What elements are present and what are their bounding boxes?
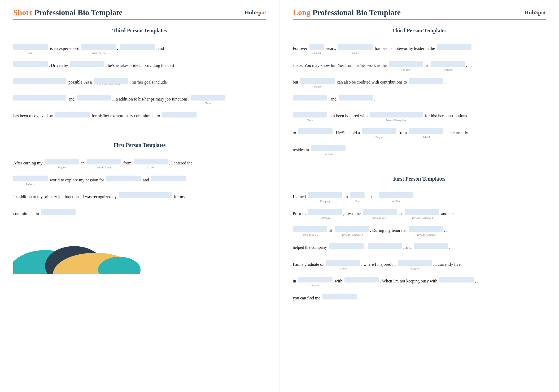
- right-title-rest: Professional Bio Template: [312, 8, 401, 17]
- right-tp-jobtitle-field[interactable]: [389, 61, 423, 67]
- right-tp-awards-field[interactable]: [370, 112, 423, 117]
- right-fp-year-container: Year: [350, 189, 365, 201]
- left-third-person-heading: Third Person Templates: [13, 28, 266, 34]
- right-header: Long Professional Bio Template HubSpöt: [293, 8, 546, 17]
- right-fp-achieve1-container: [329, 240, 364, 251]
- right-tp-degree-field[interactable]: [362, 128, 396, 134]
- right-fp-achieve2-field[interactable]: [368, 243, 402, 249]
- right-fp-findme-container: [322, 291, 357, 302]
- left-tp-field6[interactable]: [13, 78, 66, 84]
- left-tp-field4-container: [13, 58, 48, 69]
- left-fp-school-field[interactable]: [134, 159, 168, 164]
- left-tp-line4: and . In addition to his/her primary job…: [13, 92, 266, 108]
- left-tp-field7[interactable]: [13, 95, 66, 101]
- right-fp-degree-field[interactable]: [398, 260, 432, 266]
- right-fp-prevtitle1-field[interactable]: [363, 209, 397, 215]
- left-section-divider: [13, 134, 266, 134]
- right-fp-prevco1-field[interactable]: [405, 209, 439, 215]
- right-fp-school-field[interactable]: [326, 260, 360, 266]
- right-fp-prevco3-container: Previous Company: [409, 223, 443, 234]
- left-fp-areastudy-field[interactable]: [87, 159, 121, 164]
- left-tp-field10[interactable]: [162, 112, 196, 117]
- right-tp-company-container: Company: [431, 58, 465, 69]
- left-fp-line1: After earning my Degree in Area of Study…: [13, 156, 266, 172]
- left-tp-field10-container: [162, 108, 196, 120]
- left-fp-industry-field[interactable]: [13, 176, 48, 181]
- left-illustration: [13, 232, 266, 274]
- right-tp-number-field[interactable]: [309, 44, 324, 50]
- right-hubspot-logo: HubSpöt: [524, 9, 546, 16]
- left-tp-field4[interactable]: [13, 61, 48, 67]
- left-tp-jobtitle-field[interactable]: Enter Job Title Here: [94, 78, 128, 84]
- left-fp-field5[interactable]: [106, 176, 141, 181]
- left-fp-areastudy-container: Area of Study: [87, 156, 121, 167]
- right-fp-findme-field[interactable]: [322, 294, 357, 299]
- right-fp-company1-field[interactable]: [308, 192, 342, 198]
- left-first-person-heading: First Person Templates: [13, 142, 266, 148]
- left-tp-whatyoudo-field[interactable]: [81, 44, 116, 50]
- right-fp-prevcompany1-container: Company: [308, 206, 342, 217]
- right-tp-school-field[interactable]: [409, 128, 443, 134]
- right-fp-line7: you can find me .: [293, 291, 546, 307]
- right-third-person-section: Third Person Templates For over Number y…: [293, 28, 546, 158]
- right-fp-with-field[interactable]: [344, 277, 379, 282]
- left-tp-field8-container: [77, 92, 111, 103]
- left-fp-field8[interactable]: [41, 209, 76, 215]
- left-tp-field9[interactable]: [55, 112, 90, 117]
- right-tp-contrib-to-field[interactable]: [298, 128, 333, 134]
- right-tp-contrib2-field[interactable]: [293, 95, 327, 101]
- right-fp-line2: Prior to Company , I was the Previous Ti…: [293, 206, 546, 222]
- right-fp-school-container: School: [326, 257, 360, 268]
- right-fp-busywith-field[interactable]: [439, 277, 474, 282]
- left-tp-name-field[interactable]: [13, 44, 48, 50]
- right-tp-number-container: Number: [309, 41, 324, 52]
- left-fp-degree-field[interactable]: [45, 159, 79, 164]
- right-fp-prevtitle2-field[interactable]: [293, 226, 327, 232]
- right-fp-line4: helped the company , , and .: [293, 240, 546, 256]
- left-fp-field7[interactable]: [119, 192, 172, 198]
- left-title-rest: Professional Bio Template: [34, 8, 123, 17]
- right-tp-line5: Name has been honored with Awards/Recogn…: [293, 108, 546, 124]
- left-fp-field6[interactable]: [151, 176, 186, 181]
- right-fp-year-field[interactable]: [350, 192, 365, 198]
- left-tp-field7-container: [13, 92, 66, 103]
- right-tp-contrib-to-container: [298, 125, 333, 137]
- left-third-person-section: Third Person Templates Name is an experi…: [13, 28, 266, 124]
- left-tp-field5[interactable]: [70, 61, 104, 67]
- left-tp-field3[interactable]: [120, 44, 155, 50]
- right-fp-achieve3-field[interactable]: [414, 243, 448, 249]
- right-fp-location-field[interactable]: [298, 277, 333, 282]
- right-tp-name3-container: Name: [293, 108, 327, 120]
- left-fp-school-container: School: [134, 156, 168, 167]
- right-fp-achieve1-field[interactable]: [329, 243, 364, 249]
- right-tp-line7: resides in Location .: [293, 142, 546, 158]
- right-fp-prevcompany1-field[interactable]: [308, 209, 342, 215]
- right-panel: Long Professional Bio Template HubSpöt T…: [280, 0, 559, 392]
- right-tp-name1-field[interactable]: [338, 44, 373, 50]
- left-tp-line3: possible. As a Enter Job Title Here , hi…: [13, 75, 266, 91]
- right-fp-prevco3-field[interactable]: [409, 226, 443, 232]
- right-tp-line1: For over Number years, Name has been a n…: [293, 41, 546, 57]
- right-fp-achieve3-container: [414, 240, 448, 251]
- right-tp-contrib3-field[interactable]: [339, 95, 373, 101]
- right-fp-prevco1-container: Previous Company 1: [405, 206, 439, 217]
- right-fp-prevco2-field[interactable]: [335, 226, 369, 232]
- right-fp-jobtitle-field[interactable]: [379, 192, 413, 198]
- left-tp-name2-field[interactable]: [191, 95, 225, 101]
- right-tp-contrib1-field[interactable]: [409, 78, 443, 84]
- right-tp-company-field[interactable]: [431, 61, 465, 67]
- right-tp-line2: space. You may know him/her from his/her…: [293, 58, 546, 74]
- left-tp-line5: has been recognized by for his/her extra…: [13, 108, 266, 124]
- right-tp-field3-container: [437, 41, 471, 52]
- right-tp-name2-field[interactable]: [300, 78, 335, 84]
- left-first-person-section: First Person Templates After earning my …: [13, 142, 266, 222]
- left-tp-field8[interactable]: [77, 95, 111, 101]
- right-tp-name3-field[interactable]: [293, 112, 327, 117]
- left-tp-line1: Name is an experienced What you do , , a…: [13, 41, 266, 57]
- right-fp-company1-container: Company: [308, 189, 342, 201]
- right-tp-field3[interactable]: [437, 44, 471, 50]
- right-tp-location-field[interactable]: [311, 145, 346, 151]
- right-section-divider: [293, 168, 546, 168]
- right-fp-prevtitle1-container: Previous Title 1: [363, 206, 397, 217]
- right-fp-prevco2-container: Previous Company 2: [335, 223, 369, 234]
